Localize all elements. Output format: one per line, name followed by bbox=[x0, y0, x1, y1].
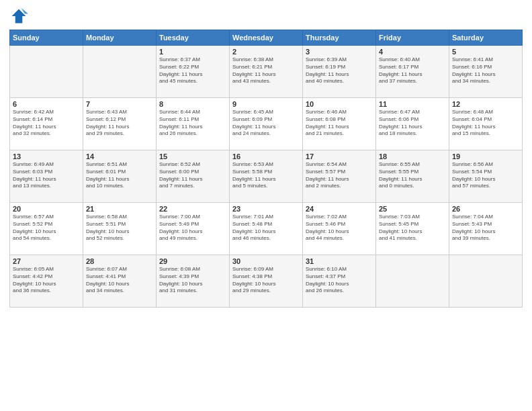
day-number: 5 bbox=[452, 48, 519, 56]
calendar-cell: 12Sunrise: 6:48 AM Sunset: 6:04 PM Dayli… bbox=[449, 98, 523, 150]
calendar-cell: 10Sunrise: 6:46 AM Sunset: 6:08 PM Dayli… bbox=[303, 98, 376, 150]
weekday-header-tuesday: Tuesday bbox=[157, 30, 230, 46]
day-info: Sunrise: 6:40 AM Sunset: 6:17 PM Dayligh… bbox=[379, 56, 446, 85]
day-info: Sunrise: 6:10 AM Sunset: 4:37 PM Dayligh… bbox=[306, 266, 373, 295]
week-row-3: 13Sunrise: 6:49 AM Sunset: 6:03 PM Dayli… bbox=[10, 150, 523, 203]
day-info: Sunrise: 6:57 AM Sunset: 5:52 PM Dayligh… bbox=[13, 214, 80, 242]
day-number: 15 bbox=[159, 152, 226, 161]
day-number: 23 bbox=[232, 205, 300, 213]
day-info: Sunrise: 6:46 AM Sunset: 6:08 PM Dayligh… bbox=[306, 109, 373, 138]
calendar-cell: 21Sunrise: 6:58 AM Sunset: 5:51 PM Dayli… bbox=[83, 203, 157, 255]
calendar-cell: 28Sunrise: 6:07 AM Sunset: 4:41 PM Dayli… bbox=[83, 255, 157, 308]
calendar-cell: 14Sunrise: 6:51 AM Sunset: 6:01 PM Dayli… bbox=[83, 150, 157, 203]
logo-icon bbox=[9, 7, 28, 26]
weekday-header-monday: Monday bbox=[83, 30, 157, 46]
calendar-cell: 5Sunrise: 6:41 AM Sunset: 6:16 PM Daylig… bbox=[449, 46, 523, 98]
week-row-2: 6Sunrise: 6:42 AM Sunset: 6:14 PM Daylig… bbox=[10, 98, 523, 150]
day-info: Sunrise: 7:02 AM Sunset: 5:46 PM Dayligh… bbox=[306, 214, 373, 242]
day-info: Sunrise: 6:47 AM Sunset: 6:06 PM Dayligh… bbox=[379, 109, 446, 138]
day-number: 21 bbox=[86, 205, 153, 213]
day-number: 2 bbox=[232, 48, 300, 56]
day-info: Sunrise: 6:08 AM Sunset: 4:39 PM Dayligh… bbox=[159, 266, 226, 295]
calendar-cell: 16Sunrise: 6:53 AM Sunset: 5:58 PM Dayli… bbox=[230, 150, 303, 203]
day-number: 25 bbox=[379, 205, 446, 213]
day-number: 9 bbox=[232, 100, 300, 108]
calendar-cell: 7Sunrise: 6:43 AM Sunset: 6:12 PM Daylig… bbox=[83, 98, 157, 150]
day-info: Sunrise: 6:07 AM Sunset: 4:41 PM Dayligh… bbox=[86, 266, 153, 295]
week-row-5: 27Sunrise: 6:05 AM Sunset: 4:42 PM Dayli… bbox=[10, 255, 523, 308]
day-info: Sunrise: 6:56 AM Sunset: 5:54 PM Dayligh… bbox=[452, 161, 519, 190]
calendar-cell: 3Sunrise: 6:39 AM Sunset: 6:19 PM Daylig… bbox=[303, 46, 376, 98]
calendar-cell: 6Sunrise: 6:42 AM Sunset: 6:14 PM Daylig… bbox=[10, 98, 83, 150]
day-number: 18 bbox=[379, 152, 446, 161]
calendar-cell bbox=[10, 46, 83, 98]
calendar-cell: 24Sunrise: 7:02 AM Sunset: 5:46 PM Dayli… bbox=[303, 203, 376, 255]
day-number: 3 bbox=[306, 48, 373, 56]
day-number: 17 bbox=[306, 152, 373, 161]
day-info: Sunrise: 7:01 AM Sunset: 5:48 PM Dayligh… bbox=[232, 214, 300, 242]
calendar-cell: 18Sunrise: 6:55 AM Sunset: 5:55 PM Dayli… bbox=[376, 150, 449, 203]
day-number: 30 bbox=[232, 257, 300, 265]
calendar-cell: 11Sunrise: 6:47 AM Sunset: 6:06 PM Dayli… bbox=[376, 98, 449, 150]
calendar-table: SundayMondayTuesdayWednesdayThursdayFrid… bbox=[9, 30, 523, 308]
day-info: Sunrise: 6:39 AM Sunset: 6:19 PM Dayligh… bbox=[306, 56, 373, 85]
day-info: Sunrise: 7:03 AM Sunset: 5:45 PM Dayligh… bbox=[379, 214, 446, 242]
day-number: 11 bbox=[379, 100, 446, 108]
day-number: 26 bbox=[452, 205, 519, 213]
calendar-cell bbox=[449, 255, 523, 308]
day-number: 20 bbox=[13, 205, 80, 213]
calendar-cell: 25Sunrise: 7:03 AM Sunset: 5:45 PM Dayli… bbox=[376, 203, 449, 255]
day-number: 10 bbox=[306, 100, 373, 108]
calendar-cell: 20Sunrise: 6:57 AM Sunset: 5:52 PM Dayli… bbox=[10, 203, 83, 255]
day-number: 28 bbox=[86, 257, 153, 265]
calendar-cell: 2Sunrise: 6:38 AM Sunset: 6:21 PM Daylig… bbox=[230, 46, 303, 98]
day-info: Sunrise: 6:55 AM Sunset: 5:55 PM Dayligh… bbox=[379, 161, 446, 190]
weekday-header-row: SundayMondayTuesdayWednesdayThursdayFrid… bbox=[10, 30, 523, 46]
calendar-cell bbox=[83, 46, 157, 98]
day-number: 24 bbox=[306, 205, 373, 213]
calendar-cell: 17Sunrise: 6:54 AM Sunset: 5:57 PM Dayli… bbox=[303, 150, 376, 203]
calendar-cell: 19Sunrise: 6:56 AM Sunset: 5:54 PM Dayli… bbox=[449, 150, 523, 203]
day-info: Sunrise: 6:45 AM Sunset: 6:09 PM Dayligh… bbox=[232, 109, 300, 138]
day-number: 29 bbox=[159, 257, 226, 265]
day-info: Sunrise: 6:48 AM Sunset: 6:04 PM Dayligh… bbox=[452, 109, 519, 138]
day-number: 27 bbox=[13, 257, 80, 265]
calendar-cell: 29Sunrise: 6:08 AM Sunset: 4:39 PM Dayli… bbox=[157, 255, 230, 308]
day-info: Sunrise: 6:41 AM Sunset: 6:16 PM Dayligh… bbox=[452, 56, 519, 85]
day-number: 6 bbox=[13, 100, 80, 108]
day-info: Sunrise: 6:37 AM Sunset: 6:22 PM Dayligh… bbox=[159, 56, 226, 85]
calendar-cell: 13Sunrise: 6:49 AM Sunset: 6:03 PM Dayli… bbox=[10, 150, 83, 203]
week-row-4: 20Sunrise: 6:57 AM Sunset: 5:52 PM Dayli… bbox=[10, 203, 523, 255]
day-info: Sunrise: 6:09 AM Sunset: 4:38 PM Dayligh… bbox=[232, 266, 300, 295]
weekday-header-wednesday: Wednesday bbox=[230, 30, 303, 46]
day-number: 31 bbox=[306, 257, 373, 265]
weekday-header-saturday: Saturday bbox=[449, 30, 523, 46]
day-info: Sunrise: 7:00 AM Sunset: 5:49 PM Dayligh… bbox=[159, 214, 226, 242]
day-info: Sunrise: 6:51 AM Sunset: 6:01 PM Dayligh… bbox=[86, 161, 153, 190]
calendar-cell: 22Sunrise: 7:00 AM Sunset: 5:49 PM Dayli… bbox=[157, 203, 230, 255]
day-info: Sunrise: 6:42 AM Sunset: 6:14 PM Dayligh… bbox=[13, 109, 80, 138]
calendar-cell: 27Sunrise: 6:05 AM Sunset: 4:42 PM Dayli… bbox=[10, 255, 83, 308]
calendar-cell: 15Sunrise: 6:52 AM Sunset: 6:00 PM Dayli… bbox=[157, 150, 230, 203]
week-row-1: 1Sunrise: 6:37 AM Sunset: 6:22 PM Daylig… bbox=[10, 46, 523, 98]
day-info: Sunrise: 6:44 AM Sunset: 6:11 PM Dayligh… bbox=[159, 109, 226, 138]
day-number: 4 bbox=[379, 48, 446, 56]
calendar-cell: 30Sunrise: 6:09 AM Sunset: 4:38 PM Dayli… bbox=[230, 255, 303, 308]
calendar-cell: 1Sunrise: 6:37 AM Sunset: 6:22 PM Daylig… bbox=[157, 46, 230, 98]
calendar-cell: 26Sunrise: 7:04 AM Sunset: 5:43 PM Dayli… bbox=[449, 203, 523, 255]
calendar-cell: 31Sunrise: 6:10 AM Sunset: 4:37 PM Dayli… bbox=[303, 255, 376, 308]
day-info: Sunrise: 6:49 AM Sunset: 6:03 PM Dayligh… bbox=[13, 161, 80, 190]
day-number: 19 bbox=[452, 152, 519, 161]
weekday-header-friday: Friday bbox=[376, 30, 449, 46]
weekday-header-sunday: Sunday bbox=[10, 30, 83, 46]
day-info: Sunrise: 6:05 AM Sunset: 4:42 PM Dayligh… bbox=[13, 266, 80, 295]
day-info: Sunrise: 6:52 AM Sunset: 6:00 PM Dayligh… bbox=[159, 161, 226, 190]
calendar-cell bbox=[376, 255, 449, 308]
day-info: Sunrise: 6:54 AM Sunset: 5:57 PM Dayligh… bbox=[306, 161, 373, 190]
day-number: 8 bbox=[159, 100, 226, 108]
day-number: 1 bbox=[159, 48, 226, 56]
day-number: 13 bbox=[13, 152, 80, 161]
day-number: 16 bbox=[232, 152, 300, 161]
calendar-cell: 23Sunrise: 7:01 AM Sunset: 5:48 PM Dayli… bbox=[230, 203, 303, 255]
day-info: Sunrise: 6:43 AM Sunset: 6:12 PM Dayligh… bbox=[86, 109, 153, 138]
